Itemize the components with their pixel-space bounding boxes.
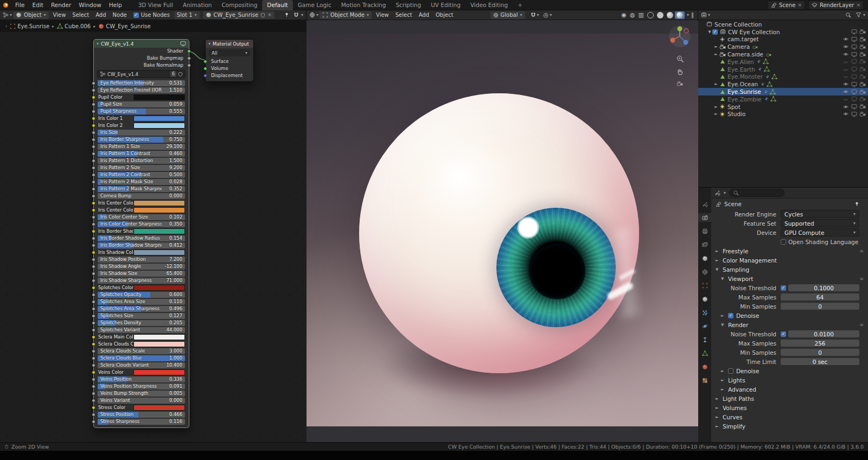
param-slider[interactable]: Splotches Opacity0.600 (98, 292, 185, 298)
pin-icon[interactable] (854, 201, 859, 207)
collapse-triangle-icon[interactable]: ▾ (208, 41, 210, 46)
disable-render-icon[interactable] (859, 96, 866, 102)
value-socket[interactable] (92, 420, 95, 424)
param-slider[interactable]: Splotches Variant44.000 (98, 327, 185, 333)
node-param-row[interactable]: Iris Border Shadow Radius0.154 (94, 235, 189, 242)
disable-viewport-icon[interactable] (851, 89, 857, 95)
color-socket[interactable] (92, 342, 95, 346)
disable-viewport-icon[interactable] (851, 74, 857, 80)
workspace-tab-add[interactable]: + (513, 0, 527, 10)
property-dropdown[interactable]: GPU Compute▾ (781, 228, 859, 237)
node-param-row[interactable]: Sclera Main Color (94, 334, 189, 341)
panel-volumes[interactable]: ►Volumes (711, 403, 868, 412)
value-socket[interactable] (92, 356, 95, 360)
value-socket[interactable] (92, 399, 95, 403)
value-socket[interactable] (92, 103, 95, 106)
scene-selector[interactable]: Scene × (768, 1, 805, 10)
fake-user-shield-icon[interactable] (260, 12, 265, 18)
param-slider[interactable]: Iris Pattern 2 Mask Sharpness0.352 (98, 186, 185, 192)
node-param-row[interactable]: Iris Shadow Color (94, 249, 189, 256)
output-socket[interactable] (187, 49, 191, 53)
node-param-row[interactable]: Iris Shadow Position7.200 (94, 256, 189, 263)
node-param-row[interactable]: Iris Pattern 1 Distortion1.500 (94, 157, 189, 164)
node-param-row[interactable]: Splotches Opacity0.600 (94, 291, 189, 298)
value-socket[interactable] (92, 244, 95, 247)
outliner-row-eye-earth[interactable]: Eye.Earth (698, 66, 868, 73)
value-socket[interactable] (92, 237, 95, 240)
scene-unlink-icon[interactable]: × (797, 3, 802, 8)
panel-color-management[interactable]: ►Color Management (711, 255, 868, 265)
outliner-row-cam-target[interactable]: cam.target (698, 36, 868, 43)
snap-magnet-icon[interactable] (531, 12, 536, 18)
color-socket[interactable] (92, 208, 95, 212)
color-socket[interactable] (92, 124, 95, 127)
node-param-row[interactable]: Veins Bump Strength0.005 (94, 390, 189, 397)
param-slider[interactable]: Veins Variant0.000 (98, 398, 185, 404)
color-socket[interactable] (92, 406, 95, 410)
param-slider[interactable]: Cornea Bump0.000 (98, 193, 185, 199)
properties-tab-constraints[interactable] (698, 335, 711, 344)
value-socket[interactable] (92, 131, 95, 135)
panel-lights[interactable]: ►Lights (711, 375, 868, 385)
node-material-output-header[interactable]: ▾ Material Output (206, 40, 253, 48)
param-slider[interactable]: Pupil Sharpness0.555 (98, 108, 185, 114)
node-param-row[interactable]: Iris Pattern 1 Contrast0.460 (94, 150, 189, 157)
value-socket[interactable] (92, 321, 95, 325)
input-socket[interactable] (203, 74, 207, 78)
workspace-tab-3d-view-full[interactable]: 3D View Full (133, 0, 178, 10)
disclosure-triangle-icon[interactable]: ► (716, 406, 720, 410)
node-param-row[interactable]: Eye Reflection Intensity0.531 (94, 80, 189, 87)
breadcrumb-item[interactable]: Eye.Sunrise (10, 23, 49, 29)
value-socket[interactable] (92, 378, 95, 381)
value-socket[interactable] (92, 279, 95, 283)
node-param-row[interactable]: Veins Variant0.000 (94, 397, 189, 404)
property-value-field[interactable]: 0 (781, 303, 859, 310)
color-socket[interactable] (92, 335, 95, 339)
param-slider[interactable]: Iris Shadow Size65.400 (98, 271, 185, 277)
node-param-row[interactable]: Veins Position Sharpness0.091 (94, 383, 189, 390)
disable-render-icon[interactable] (859, 36, 866, 42)
output-target-dropdown[interactable]: All ▾ (209, 49, 250, 56)
param-color-swatch[interactable] (133, 250, 185, 255)
value-socket[interactable] (92, 300, 95, 304)
color-socket[interactable] (92, 251, 95, 254)
disclosure-triangle-icon[interactable]: ► (713, 112, 719, 116)
hide-viewport-icon[interactable] (843, 44, 849, 50)
panel-sampling[interactable]: ▼Sampling (711, 265, 868, 274)
disclosure-triangle-icon[interactable]: ▼ (707, 30, 712, 34)
param-slider[interactable]: Sclera Clouds Variant10.400 (98, 362, 185, 368)
disable-viewport-icon[interactable] (851, 36, 857, 42)
hide-viewport-icon[interactable] (843, 59, 849, 65)
node-output-bake-normalmap[interactable]: Bake Normalmap (94, 62, 189, 69)
node-param-row[interactable]: Stress Color (94, 404, 189, 411)
param-slider[interactable]: Splotches Density0.205 (98, 320, 185, 326)
disable-viewport-icon[interactable] (851, 44, 857, 50)
shading-wireframe-icon[interactable] (647, 12, 654, 18)
param-color-swatch[interactable] (133, 334, 185, 340)
node-param-row[interactable]: Iris Shadow Angle-12.100 (94, 263, 189, 270)
param-slider[interactable]: Veins Bump Strength0.005 (98, 391, 185, 397)
node-param-row[interactable]: Iris Border Sharpness0.750 (94, 136, 189, 143)
node-param-row[interactable]: Splotches Area Size0.110 (94, 298, 189, 305)
panel-advanced[interactable]: ►Advanced (711, 385, 868, 394)
param-slider[interactable]: Iris Border Shadow Sharpness0.412 (98, 242, 185, 248)
value-socket[interactable] (92, 265, 95, 269)
pan-hand-icon[interactable] (676, 68, 684, 76)
topbar-menu-help[interactable]: Help (105, 0, 126, 10)
disclosure-triangle-icon[interactable]: ► (713, 105, 719, 109)
param-color-swatch[interactable] (133, 405, 185, 411)
node-param-row[interactable]: Veins Position0.336 (94, 376, 189, 383)
camera-view-icon[interactable] (676, 81, 683, 87)
node-param-row[interactable]: Iris Center Color 1 (94, 200, 189, 207)
hide-viewport-icon[interactable] (843, 52, 849, 58)
value-socket[interactable] (92, 152, 95, 156)
param-slider[interactable]: Iris Shadow Sharpness71.000 (98, 278, 185, 284)
disable-viewport-icon[interactable] (851, 111, 857, 117)
outliner-row-scene-collection[interactable]: Scene Collection (698, 21, 868, 28)
property-value-field[interactable]: 64 (781, 293, 859, 301)
breadcrumb-item[interactable]: CW_Eye_Sunrise (98, 23, 151, 29)
value-socket[interactable] (92, 293, 95, 297)
disable-render-icon[interactable] (859, 74, 866, 80)
node-param-row[interactable]: Sclera Clouds Scale3.000 (94, 348, 189, 355)
node-param-row[interactable]: Iris Color Center Sharpness0.350 (94, 221, 189, 228)
